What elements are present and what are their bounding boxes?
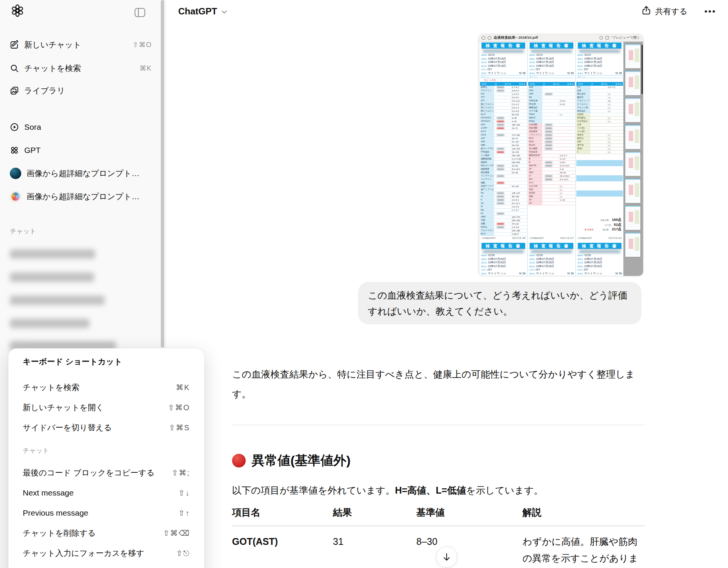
- info-value: 297: [487, 68, 492, 71]
- cell-item-name: GOT(AST): [232, 533, 333, 568]
- page-thumbnail[interactable]: [625, 44, 640, 68]
- sidebar-toggle-icon[interactable]: [133, 5, 147, 20]
- report-row: 血小板数: [528, 147, 575, 151]
- sidebar-item-library[interactable]: ライブラリ: [5, 82, 156, 99]
- shortcut-keys: ⇧↓: [178, 488, 190, 497]
- sidebar-scrollbar[interactable]: [161, 0, 164, 348]
- info-prefix: 受付日: [577, 261, 583, 264]
- message-divider: [232, 425, 645, 425]
- totals-label: その他: [604, 224, 611, 227]
- totals-label: 総点数: [602, 228, 609, 231]
- report-row: 直ビリルビン0.0~0.4: [480, 106, 527, 110]
- report-info-line: 検体№0219: [480, 53, 527, 57]
- report-comment-label: コメント: [529, 75, 574, 78]
- report-info-line: 患者名サイトウ シンM 38: [528, 71, 575, 75]
- sidebar-item-gpt[interactable]: GPT: [5, 142, 156, 159]
- report-column-1: 検 査 報 告 書検体№0219採取日03年07月18日受付日03年07月18日…: [480, 42, 527, 276]
- report-row: 便他1(-): [576, 147, 623, 151]
- sidebar-item-sora[interactable]: Sora: [5, 118, 156, 136]
- page-thumbnail[interactable]: [625, 98, 640, 122]
- lab-name: ㈱武蔵臨床検査所: [481, 237, 496, 239]
- sidebar-item-search-chats[interactable]: チャットを検索⌘K: [5, 60, 156, 77]
- test-name: 亜硝酸塩: [576, 116, 590, 120]
- report-info-line: 採取日03年07月26日: [528, 257, 575, 261]
- reference-range: 42~116: [511, 185, 527, 187]
- section-note: 以下の項目が基準値を外れています。H=高値、L=低値を示しています。: [232, 483, 645, 498]
- test-name: CRP: [528, 93, 542, 96]
- test-name: 混濁度: [576, 113, 590, 116]
- page-thumbnail[interactable]: [625, 152, 640, 176]
- sidebar-item-gpt[interactable]: 画像から超詳細なプロンプト…: [5, 165, 156, 182]
- shortcut-keys: ⇧⌘O: [168, 403, 190, 412]
- spacer: [528, 79, 575, 82]
- page-thumbnail[interactable]: [625, 233, 640, 257]
- report-row: B0~2.9: [528, 157, 575, 161]
- sidebar-item-new-chat[interactable]: 新しいチャット⇧⌘O: [5, 36, 156, 53]
- info-value: 03年07月18日: [584, 60, 602, 64]
- report-info-line: 検体№0235: [480, 253, 527, 257]
- sidebar-item-gpt[interactable]: 画像から超詳細なプロンプト…: [5, 188, 156, 205]
- info-prefix: 報告日: [481, 65, 487, 67]
- page-thumbnail[interactable]: [625, 206, 640, 230]
- report-info-line: 採取日03年07月18日: [576, 57, 623, 61]
- recheck-flag: 要 再検査: [585, 228, 594, 231]
- redacted-value: [497, 134, 504, 136]
- chat-history-item[interactable]: [10, 296, 105, 305]
- reference-range: 16~73: [511, 127, 527, 129]
- test-name: Cl: [480, 195, 494, 198]
- reference-range: 2.4以下: [511, 233, 527, 236]
- test-name: CH-E: [480, 134, 494, 137]
- reference-range: 2~8: [559, 168, 575, 170]
- head-cell: 測 定 値: [601, 83, 607, 85]
- report-row: Na135~147: [480, 192, 527, 195]
- shortcut-keys: ⇧⌘S: [169, 423, 190, 432]
- totals-row: その他52点: [576, 222, 621, 227]
- attachment-lab-report-image[interactable]: 血液検査結果~ 2018/10.pdf “プレビュー”で開く 検 査 報 告 書…: [479, 34, 643, 276]
- info-prefix: 報告日: [481, 265, 487, 267]
- page-thumbnail[interactable]: [625, 179, 640, 203]
- report-row: PA-P2.4以下: [480, 233, 527, 236]
- report-row: 2(-): [576, 151, 623, 154]
- test-name: 総コレステロール: [480, 147, 494, 150]
- share-button[interactable]: 共有する: [642, 5, 687, 18]
- reference-range: (-): [607, 120, 623, 123]
- report-comment-label: コメント: [480, 75, 526, 78]
- shortcut-row: チャット入力にフォーカスを移す⇧⎋: [23, 543, 190, 563]
- report-row: その他2: [576, 130, 623, 134]
- chat-history-item[interactable]: [10, 272, 94, 282]
- chat-history-item[interactable]: [10, 319, 89, 328]
- test-name: ASO: [528, 89, 542, 92]
- report-row: 尿素窒素8.0~20.0: [480, 168, 527, 171]
- test-value: [494, 90, 511, 92]
- report-info-line: 報告日03年07月18日: [576, 64, 623, 68]
- model-switcher[interactable]: ChatGPT: [178, 5, 228, 18]
- reference-range: 0~0.3: [559, 100, 575, 102]
- report-row: 比重: [576, 89, 623, 93]
- report-row: Rh(D): [528, 120, 575, 123]
- info-value: サイトウ シン: [488, 272, 506, 275]
- reference-range: 250~450: [511, 219, 527, 222]
- page-thumbnail[interactable]: [625, 71, 640, 95]
- test-name: 蛋白定性: [576, 93, 590, 96]
- shortcut-hint: ⇧⌘O: [133, 41, 152, 49]
- scroll-to-bottom-button[interactable]: [436, 546, 457, 568]
- info-prefix: 受付日: [481, 61, 487, 63]
- report-row: CRP: [528, 93, 575, 96]
- info-value: 0235: [536, 253, 543, 257]
- test-value: [494, 151, 511, 153]
- report-row: RA: [528, 96, 575, 99]
- test-name: その他1: [576, 127, 590, 130]
- more-options-button[interactable]: •••: [704, 5, 716, 18]
- page-thumbnail[interactable]: [625, 125, 640, 149]
- open-in-preview-label: “プレビュー”で開く: [612, 36, 640, 40]
- info-value: 0235: [488, 253, 494, 257]
- reference-range: (-): [607, 141, 623, 143]
- report-row: アセトン体(-): [576, 106, 623, 110]
- report-row: A-LY: [528, 181, 575, 185]
- report-row: 有核(-): [528, 195, 575, 198]
- report-row: AL-P66~220: [480, 113, 527, 116]
- chat-history-item[interactable]: [10, 249, 95, 259]
- info-prefix: 検体№: [529, 54, 535, 56]
- report-row: 便中他(-): [576, 144, 623, 147]
- report-row: UIBC160~270: [480, 216, 527, 219]
